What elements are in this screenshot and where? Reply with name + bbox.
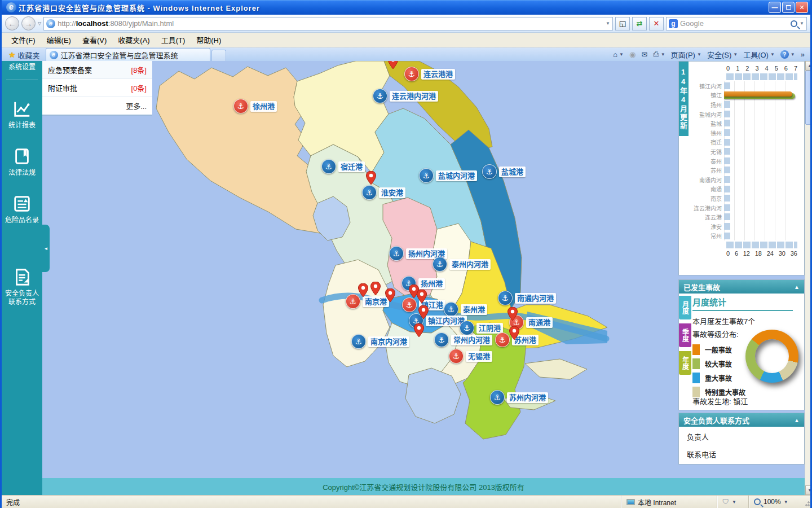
anchor-icon[interactable]: ⚓ xyxy=(401,276,416,291)
anchor-icon[interactable]: ⚓ xyxy=(362,185,377,200)
address-field[interactable]: e http://localhost:8080/yjpt/Main.html ▼ xyxy=(43,17,613,30)
port-marker[interactable]: ⚓连云港内河港 xyxy=(373,89,438,103)
port-marker[interactable]: ⚓扬州港 xyxy=(401,276,445,291)
anchor-icon[interactable]: ⚓ xyxy=(233,99,248,113)
sidebar-item-statistics[interactable]: 统计报表 xyxy=(2,94,42,135)
protected-mode-button[interactable]: 🛡▼ xyxy=(717,496,748,508)
scroll-up-icon[interactable]: ▲ xyxy=(805,61,812,71)
menu-file[interactable]: 文件(F) xyxy=(6,33,41,47)
refresh-button[interactable]: ⇄ xyxy=(632,17,647,30)
address-dropdown-icon[interactable]: ▼ xyxy=(606,21,610,26)
collapse-arrow-icon[interactable]: ▲ xyxy=(794,284,800,290)
accidents-panel-header[interactable]: 已发生事故 ▲ xyxy=(679,280,804,294)
vertical-scrollbar[interactable]: ▲ ▼ xyxy=(805,61,812,495)
sidebar-item-laws[interactable]: 法律法规 xyxy=(2,141,42,183)
search-input[interactable] xyxy=(680,19,788,28)
port-marker[interactable]: ⚓徐州港 xyxy=(233,99,277,113)
port-marker[interactable]: ⚓宿迁港 xyxy=(321,159,365,174)
menu-tools[interactable]: 工具(T) xyxy=(156,33,191,47)
anchor-icon[interactable]: ⚓ xyxy=(402,297,417,312)
port-label: 南京港 xyxy=(363,296,389,307)
anchor-icon[interactable]: ⚓ xyxy=(419,168,434,183)
tools-menu[interactable]: 工具(O)▼ xyxy=(743,49,775,60)
security-menu[interactable]: 安全(S)▼ xyxy=(707,49,738,60)
tab-月度[interactable]: 月度 xyxy=(679,296,691,319)
anchor-icon[interactable]: ⚓ xyxy=(495,332,510,347)
port-marker[interactable]: ⚓南通港 xyxy=(509,315,553,330)
count-badge: [8条] xyxy=(131,64,147,75)
history-dropdown-icon[interactable]: ▽ xyxy=(38,21,41,26)
menu-view[interactable]: 查看(V) xyxy=(77,33,112,47)
menu-favorites[interactable]: 收藏夹(A) xyxy=(113,33,155,47)
port-marker[interactable]: ⚓常州内河港 xyxy=(434,332,492,347)
anchor-icon[interactable]: ⚓ xyxy=(434,332,449,347)
collapse-arrow-icon[interactable]: ▲ xyxy=(794,417,800,423)
mail-button[interactable]: ✉ xyxy=(641,50,647,59)
minimize-button[interactable]: — xyxy=(769,2,781,13)
anchor-icon[interactable]: ⚓ xyxy=(373,89,387,103)
forward-button[interactable]: → xyxy=(21,16,36,30)
port-marker[interactable]: ⚓南京港 xyxy=(346,294,389,309)
port-marker[interactable]: ⚓盐城港 xyxy=(482,164,526,179)
overflow-chevron-icon[interactable]: » xyxy=(801,50,805,59)
tab-季度[interactable]: 季度 xyxy=(679,323,691,347)
home-button[interactable]: ⌂▼ xyxy=(613,50,624,59)
port-marker[interactable]: ⚓苏州港 xyxy=(495,332,539,347)
stop-button[interactable]: ✕ xyxy=(649,17,664,30)
back-button[interactable]: ← xyxy=(5,16,19,30)
notice-row-certificate-approval[interactable]: 附证审批 [0条] xyxy=(42,79,152,97)
scroll-down-icon[interactable]: ▼ xyxy=(805,485,812,495)
sidebar-divider xyxy=(6,80,38,80)
notice-row-emergency-plan[interactable]: 应急预案备案 [8条] xyxy=(42,61,152,79)
more-link[interactable]: 更多... xyxy=(42,97,152,115)
anchor-icon[interactable]: ⚓ xyxy=(490,390,505,405)
help-button[interactable]: ?▼ xyxy=(780,50,795,59)
port-marker[interactable]: ⚓盐城内河港 xyxy=(419,168,477,183)
sidebar-collapse-handle[interactable]: ◄ xyxy=(42,225,50,272)
anchor-icon[interactable]: ⚓ xyxy=(389,246,404,261)
print-button[interactable]: ⎙▼ xyxy=(653,50,665,59)
anchor-icon[interactable]: ⚓ xyxy=(351,334,366,349)
port-marker[interactable]: ⚓泰州内河港 xyxy=(433,257,491,271)
url-text[interactable]: http://localhost:8080/yjpt/Main.html xyxy=(58,19,603,28)
page-menu[interactable]: 页面(P)▼ xyxy=(671,49,701,60)
port-marker[interactable]: ⚓苏州内河港 xyxy=(490,390,548,405)
anchor-icon[interactable]: ⚓ xyxy=(449,349,464,364)
search-dropdown-icon[interactable]: ▼ xyxy=(800,21,804,26)
sidebar-item-hazardous-list[interactable]: 危险品名录 xyxy=(2,189,42,230)
resize-grip[interactable] xyxy=(802,496,810,508)
anchor-icon[interactable]: ⚓ xyxy=(482,164,497,179)
port-marker[interactable]: ⚓连云港港 xyxy=(404,67,455,81)
restore-button[interactable] xyxy=(782,2,795,13)
jiangsu-map[interactable] xyxy=(42,61,678,478)
zoom-control[interactable]: 100%▼ xyxy=(748,496,802,508)
new-tab-button[interactable] xyxy=(211,50,226,61)
sidebar-item-system-settings[interactable]: 系统设置 xyxy=(2,61,42,77)
port-marker[interactable]: ⚓无锡港 xyxy=(449,349,492,364)
sidebar-item-safety-contacts[interactable]: 安全负责人联系方式 xyxy=(2,262,42,312)
anchor-icon[interactable]: ⚓ xyxy=(433,257,447,271)
search-box[interactable]: g ▼ xyxy=(666,17,807,30)
compatibility-view-button[interactable]: ◱ xyxy=(615,17,630,30)
anchor-icon[interactable]: ⚓ xyxy=(346,294,360,309)
anchor-icon[interactable]: ⚓ xyxy=(498,291,513,305)
tab-年度[interactable]: 年度 xyxy=(679,351,691,375)
contact-panel-header[interactable]: 安全负责人联系方式 ▲ xyxy=(679,413,804,427)
close-button[interactable]: ✕ xyxy=(796,2,808,13)
menu-edit[interactable]: 编辑(E) xyxy=(42,33,76,47)
menu-help[interactable]: 帮助(H) xyxy=(191,33,226,47)
anchor-icon[interactable]: ⚓ xyxy=(509,315,524,330)
port-marker[interactable]: ⚓淮安港 xyxy=(362,185,405,200)
scrollbar-thumb[interactable] xyxy=(805,71,812,125)
anchor-icon[interactable]: ⚓ xyxy=(409,313,423,328)
port-marker[interactable]: ⚓镇江港 xyxy=(402,297,445,312)
port-marker[interactable]: ⚓南通内河港 xyxy=(498,291,556,305)
search-icon[interactable] xyxy=(791,20,797,27)
favorites-button[interactable]: ★ 收藏夹 xyxy=(3,49,46,61)
rss-button[interactable]: ◉ xyxy=(629,50,636,59)
port-marker[interactable]: ⚓镇江内河港 xyxy=(409,313,467,328)
anchor-icon[interactable]: ⚓ xyxy=(404,67,419,81)
anchor-icon[interactable]: ⚓ xyxy=(321,159,336,174)
active-tab[interactable]: e 江苏省港口安全监管与应急管理系统 xyxy=(46,48,210,61)
port-marker[interactable]: ⚓南京内河港 xyxy=(351,334,409,349)
